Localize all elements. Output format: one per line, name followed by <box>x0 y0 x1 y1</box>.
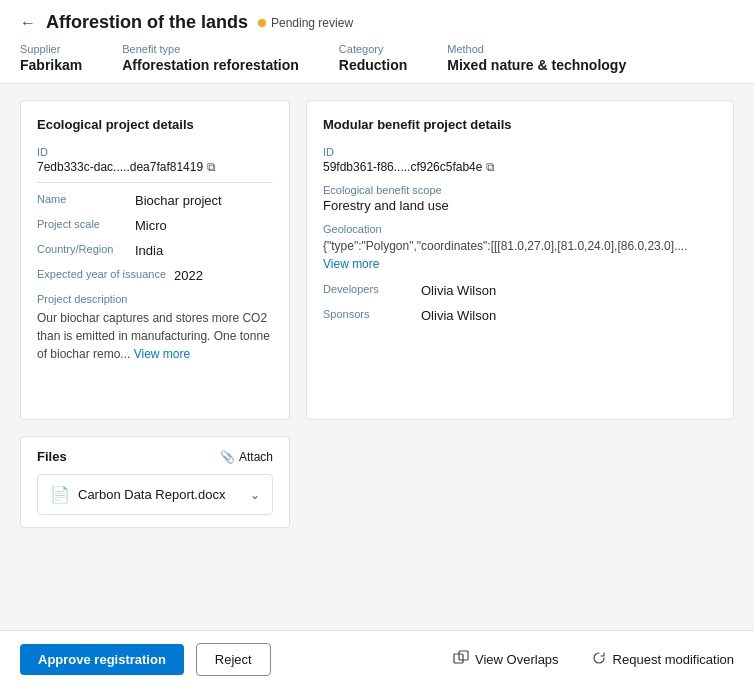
file-doc-icon: 📄 <box>50 485 70 504</box>
mod-id-value: 59fdb361-f86.....cf926c5fab4e <box>323 160 482 174</box>
mod-developers-field: Developers Olivia Wilson <box>323 283 717 298</box>
footer: Approve registration Reject View Overlap… <box>0 630 754 688</box>
ecological-card: Ecological project details ID 7edb333c-d… <box>20 100 290 420</box>
header: ← Afforestion of the lands Pending revie… <box>0 0 754 84</box>
category-label: Category <box>339 43 407 55</box>
meta-method: Method Mixed nature & technology <box>447 43 626 73</box>
eco-id-field: 7edb333c-dac.....dea7faf81419 ⧉ <box>37 160 273 174</box>
files-header: Files 📎 Attach <box>37 449 273 464</box>
content: Ecological project details ID 7edb333c-d… <box>0 84 754 544</box>
approve-button[interactable]: Approve registration <box>20 644 184 675</box>
mod-id-label: ID <box>323 146 717 158</box>
mod-geo-value: {"type":"Polygon","coordinates":[[[81.0,… <box>323 237 717 273</box>
files-card: Files 📎 Attach 📄 Carbon Data Report.docx… <box>20 436 290 528</box>
mod-scope-label: Ecological benefit scope <box>323 184 717 196</box>
eco-country-value: India <box>135 243 163 258</box>
eco-view-more[interactable]: View more <box>134 347 190 361</box>
eco-scale-label: Project scale <box>37 218 127 233</box>
status-dot <box>258 19 266 27</box>
attach-button[interactable]: 📎 Attach <box>220 450 273 464</box>
status-badge: Pending review <box>258 16 353 30</box>
paperclip-icon: 📎 <box>220 450 235 464</box>
eco-scale-field: Project scale Micro <box>37 218 273 233</box>
mod-developers-value: Olivia Wilson <box>421 283 496 298</box>
category-value: Reduction <box>339 57 407 73</box>
view-overlaps-button[interactable]: View Overlaps <box>453 650 559 669</box>
status-text: Pending review <box>271 16 353 30</box>
back-button[interactable]: ← <box>20 14 36 32</box>
request-mod-icon <box>591 650 607 669</box>
benefit-type-value: Afforestation reforestation <box>122 57 299 73</box>
page-title: Afforestion of the lands <box>46 12 248 33</box>
meta-category: Category Reduction <box>339 43 407 73</box>
eco-id-value: 7edb333c-dac.....dea7faf81419 <box>37 160 203 174</box>
eco-scale-value: Micro <box>135 218 167 233</box>
view-overlaps-label: View Overlaps <box>475 652 559 667</box>
eco-year-value: 2022 <box>174 268 203 283</box>
attach-label: Attach <box>239 450 273 464</box>
mod-sponsors-field: Sponsors Olivia Wilson <box>323 308 717 323</box>
meta-row: Supplier Fabrikam Benefit type Afforesta… <box>20 43 734 83</box>
eco-year-field: Expected year of issuance 2022 <box>37 268 273 283</box>
mod-id-copy-icon[interactable]: ⧉ <box>486 160 495 174</box>
eco-id-label: ID <box>37 146 273 158</box>
mod-scope-value: Forestry and land use <box>323 198 717 213</box>
mod-geo-view-more[interactable]: View more <box>323 257 379 271</box>
modular-card: Modular benefit project details ID 59fdb… <box>306 100 734 420</box>
cards-row: Ecological project details ID 7edb333c-d… <box>20 100 734 420</box>
meta-benefit-type: Benefit type Afforestation reforestation <box>122 43 299 73</box>
mod-developers-label: Developers <box>323 283 413 298</box>
benefit-type-label: Benefit type <box>122 43 299 55</box>
mod-sponsors-value: Olivia Wilson <box>421 308 496 323</box>
eco-name-field: Name Biochar project <box>37 193 273 208</box>
mod-geo-label: Geolocation <box>323 223 717 235</box>
mod-id-field: 59fdb361-f86.....cf926c5fab4e ⧉ <box>323 160 717 174</box>
modular-card-title: Modular benefit project details <box>323 117 717 132</box>
eco-id-copy-icon[interactable]: ⧉ <box>207 160 216 174</box>
method-label: Method <box>447 43 626 55</box>
eco-name-value: Biochar project <box>135 193 222 208</box>
eco-country-field: Country/Region India <box>37 243 273 258</box>
method-value: Mixed nature & technology <box>447 57 626 73</box>
supplier-label: Supplier <box>20 43 82 55</box>
eco-desc-text: Our biochar captures and stores more CO2… <box>37 309 273 363</box>
request-modification-button[interactable]: Request modification <box>591 650 734 669</box>
file-chevron-icon[interactable]: ⌄ <box>250 488 260 502</box>
file-info: 📄 Carbon Data Report.docx <box>50 485 225 504</box>
request-mod-label: Request modification <box>613 652 734 667</box>
file-name: Carbon Data Report.docx <box>78 487 225 502</box>
reject-button[interactable]: Reject <box>196 643 271 676</box>
supplier-value: Fabrikam <box>20 57 82 73</box>
files-title: Files <box>37 449 67 464</box>
eco-name-label: Name <box>37 193 127 208</box>
eco-country-label: Country/Region <box>37 243 127 258</box>
file-item[interactable]: 📄 Carbon Data Report.docx ⌄ <box>37 474 273 515</box>
eco-year-label: Expected year of issuance <box>37 268 166 283</box>
eco-desc-label: Project description <box>37 293 273 305</box>
mod-sponsors-label: Sponsors <box>323 308 413 323</box>
view-overlaps-icon <box>453 650 469 669</box>
ecological-card-title: Ecological project details <box>37 117 273 132</box>
meta-supplier: Supplier Fabrikam <box>20 43 82 73</box>
